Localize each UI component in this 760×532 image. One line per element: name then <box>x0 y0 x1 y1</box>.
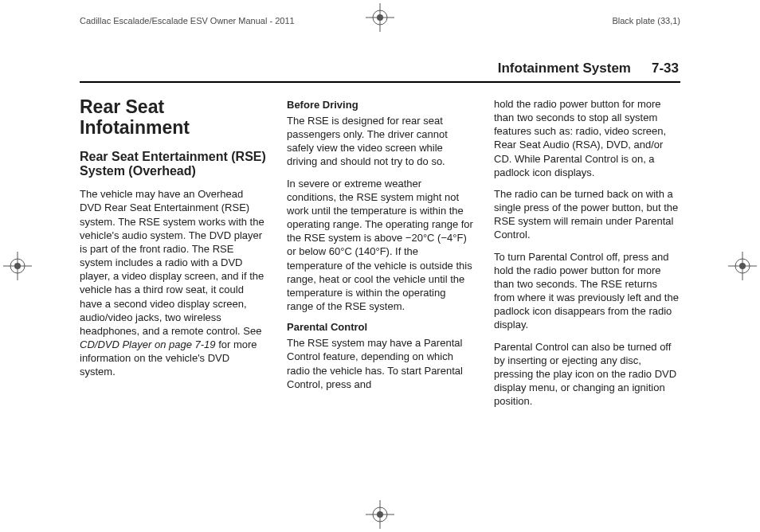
running-head-title: Infotainment System <box>498 61 631 76</box>
column-1: Rear Seat Infotainment Rear Seat Enterta… <box>80 97 266 408</box>
svg-point-9 <box>14 263 21 269</box>
body-paragraph: hold the radio power button for more tha… <box>494 97 680 179</box>
column-2: Before Driving The RSE is designed for r… <box>287 97 473 408</box>
plate-label: Black plate (33,1) <box>612 16 680 25</box>
body-paragraph: Parental Control can also be turned off … <box>494 340 680 409</box>
body-paragraph: The RSE system may have a Parental Contr… <box>287 336 473 391</box>
section-heading: Rear Seat Infotainment <box>80 97 266 139</box>
registration-mark-left <box>3 252 32 280</box>
manual-title: Cadillac Escalade/Escalade ESV Owner Man… <box>80 16 295 25</box>
header-rule <box>80 81 680 83</box>
cross-reference: CD/DVD Player on page 7-19 <box>80 338 216 350</box>
subsection-heading: Rear Seat Entertainment (RSE) System (Ov… <box>80 150 266 180</box>
svg-point-5 <box>377 511 383 518</box>
body-paragraph: To turn Parental Control off, press and … <box>494 250 680 332</box>
running-head-page: 7-33 <box>652 61 679 76</box>
column-3: hold the radio power button for more tha… <box>494 97 680 408</box>
body-paragraph: The RSE is designed for rear seat passen… <box>287 114 473 169</box>
page-body: Infotainment System 7-33 Rear Seat Infot… <box>80 61 680 484</box>
svg-point-8 <box>10 259 25 273</box>
svg-point-4 <box>373 507 387 522</box>
topic-heading-parental-control: Parental Control <box>287 321 473 333</box>
registration-mark-bottom <box>366 500 394 529</box>
body-paragraph: The vehicle may have an Overhead DVD Rea… <box>80 187 266 378</box>
body-paragraph: In severe or extreme weather conditions,… <box>287 177 473 314</box>
body-paragraph: The radio can be turned back on with a s… <box>494 187 680 242</box>
svg-point-13 <box>739 263 746 269</box>
topic-heading-before-driving: Before Driving <box>287 99 473 111</box>
svg-point-12 <box>735 259 750 273</box>
body-text: The vehicle may have an Overhead DVD Rea… <box>80 188 264 337</box>
registration-mark-right <box>728 252 757 280</box>
